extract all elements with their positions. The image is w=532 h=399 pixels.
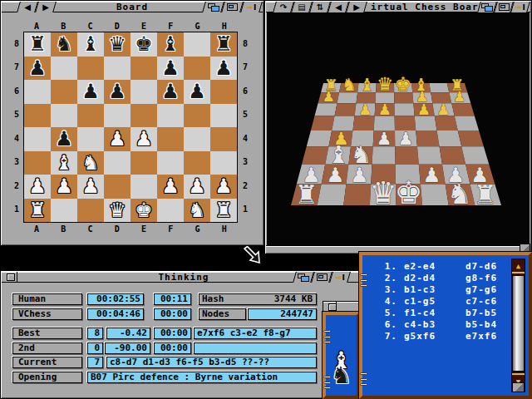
chess-board-3d[interactable]: ♜♞♝♛♚♝♜♟♟♟♟♟♟♟♟♟♟♝♞♟♟♟♟♟♟♜♛♚♞♜ <box>267 12 530 245</box>
square-d1[interactable]: ♛ <box>104 199 131 223</box>
square-h2[interactable]: ♟ <box>210 175 237 199</box>
move-number: 2. <box>381 273 397 284</box>
square-e5[interactable] <box>131 104 157 128</box>
square-g4[interactable] <box>184 127 210 151</box>
square-g5[interactable] <box>184 104 210 128</box>
square-c4[interactable] <box>77 127 104 151</box>
square-e1[interactable]: ♚ <box>131 199 157 223</box>
square-c1[interactable] <box>77 199 104 223</box>
black-move: b5-b4 <box>466 319 497 331</box>
iconify-icon: ⇒I <box>332 272 348 283</box>
iconify-gadget[interactable]: ⇒I <box>329 272 351 283</box>
square-f2[interactable]: ♟ <box>157 175 184 199</box>
square-a3[interactable] <box>24 151 51 175</box>
square-g1[interactable]: ♞ <box>184 199 210 223</box>
human-label: Human <box>12 293 82 305</box>
next-move-button[interactable]: ▶ <box>35 2 57 12</box>
square-g7[interactable] <box>184 57 210 81</box>
square-f3[interactable] <box>157 151 184 175</box>
close-gadget[interactable] <box>325 302 337 312</box>
square-f6[interactable]: ♟ <box>157 80 184 104</box>
square-d8[interactable]: ♛ <box>104 32 131 57</box>
move-row[interactable]: 1.e2-e4d7-d6 <box>366 261 507 273</box>
square-f5[interactable] <box>157 104 184 128</box>
square-a5[interactable] <box>24 104 51 128</box>
scrollbar-thumb[interactable] <box>512 275 525 372</box>
black-queen-piece-3d: ♛ <box>377 73 393 95</box>
square-f4[interactable] <box>157 127 184 151</box>
square-a8[interactable]: ♜ <box>24 32 51 57</box>
square-a1[interactable]: ♜ <box>24 199 51 223</box>
square-b4[interactable]: ♟ <box>51 127 77 151</box>
square-f8[interactable]: ♝ <box>157 32 184 57</box>
square-d6[interactable]: ♟ <box>104 80 131 104</box>
square-d3[interactable] <box>104 151 131 175</box>
square-h6[interactable] <box>210 80 237 104</box>
move-row[interactable]: 6.c4-b3b5-b4 <box>366 319 507 331</box>
square-c5[interactable] <box>77 104 104 128</box>
square-c8[interactable]: ♝ <box>77 32 104 57</box>
square-h3[interactable] <box>210 151 237 175</box>
square-d5[interactable] <box>104 104 131 128</box>
square-a2[interactable]: ♟ <box>24 175 51 199</box>
border-grip[interactable] <box>360 372 367 386</box>
square-b8[interactable]: ♞ <box>51 32 77 57</box>
square-b1[interactable] <box>51 199 77 223</box>
square-b7[interactable] <box>51 57 77 81</box>
square-h8[interactable]: ♜ <box>210 32 237 57</box>
square-a4[interactable] <box>24 127 51 151</box>
square-c3[interactable]: ♞ <box>77 151 104 175</box>
white-queen-piece-3d: ♛ <box>369 175 397 211</box>
move-row[interactable]: 2.d2-d4g8-f6 <box>366 273 507 284</box>
white-pawn-piece-3d: ♟ <box>350 163 368 187</box>
square-g2[interactable]: ♟ <box>184 175 210 199</box>
square-d2[interactable] <box>104 175 131 199</box>
square-a6[interactable] <box>24 80 51 104</box>
square-e6[interactable] <box>131 80 157 104</box>
black-pawn-piece: ♟ <box>157 80 184 104</box>
square-c6[interactable]: ♟ <box>77 80 104 104</box>
square-d7[interactable] <box>104 57 131 81</box>
square-f1[interactable] <box>157 199 184 223</box>
move-row[interactable]: 7.g5xf6e7xf6 <box>366 331 507 342</box>
square-h5[interactable] <box>210 104 237 128</box>
square-b3[interactable]: ♝ <box>51 151 77 175</box>
hash-label: Hash <box>202 294 224 304</box>
square-b5[interactable] <box>51 104 77 128</box>
square-c7[interactable] <box>77 57 104 81</box>
square-h4[interactable] <box>210 127 237 151</box>
square-b6[interactable] <box>51 80 77 104</box>
square-a7[interactable]: ♟ <box>24 57 51 81</box>
move-row[interactable]: 5.f1-c4b7-b5 <box>366 308 507 319</box>
square-h7[interactable]: ♟ <box>210 57 237 81</box>
square-g6[interactable]: ♟ <box>184 80 210 104</box>
rotate-right-button[interactable]: ▶ <box>346 2 367 12</box>
thinking-titlebar[interactable]: Thinking ⇒I <box>2 272 366 283</box>
white-king-piece: ♚ <box>131 199 157 223</box>
square-e8[interactable]: ♚ <box>131 32 157 57</box>
resize-gadget[interactable] <box>512 382 525 392</box>
move-row[interactable]: 3.b1-c3g7-g6 <box>366 284 507 296</box>
second-depth: 0 <box>87 342 103 354</box>
square-e3[interactable] <box>131 151 157 175</box>
move-number: 5. <box>381 308 397 319</box>
square-g8[interactable] <box>184 32 210 57</box>
square-e7[interactable] <box>131 57 157 81</box>
square-e2[interactable] <box>131 175 157 199</box>
scroll-up-button[interactable]: ▲ <box>512 259 525 273</box>
board-titlebar[interactable]: Board ◀ ▶ ⇒I <box>2 2 263 12</box>
square-b2[interactable]: ♟ <box>51 175 77 199</box>
square3d-a5 <box>311 116 335 131</box>
iconify-gadget[interactable]: ⇒I <box>510 2 530 12</box>
move-row[interactable]: 4.c1-g5c7-c6 <box>366 296 507 308</box>
square-g3[interactable] <box>184 151 210 175</box>
iconify-gadget[interactable]: ⇒I <box>240 2 263 12</box>
square-e4[interactable]: ♟ <box>131 127 157 151</box>
move-list-scrollbar[interactable]: ▲ ▼ <box>511 259 525 392</box>
square-d4[interactable]: ♟ <box>104 127 131 151</box>
square-c2[interactable]: ♟ <box>77 175 104 199</box>
square-h1[interactable]: ♜ <box>210 199 237 223</box>
captured-titlebar[interactable] <box>323 301 360 312</box>
view3d-titlebar[interactable]: irtual Chess Boar ↷ ▤ ⇅ ◀ ▶ ⇒I <box>266 2 530 12</box>
square-f7[interactable]: ♟ <box>157 57 184 81</box>
